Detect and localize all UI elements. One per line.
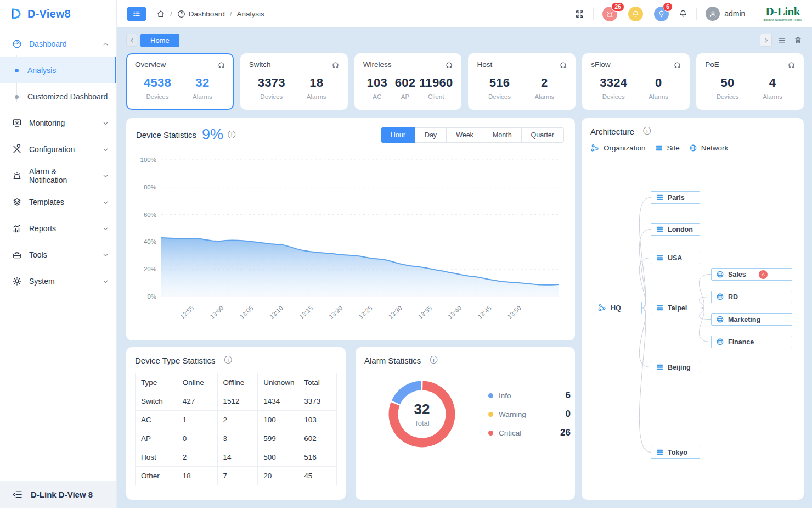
info-icon[interactable]: ⓘ [430, 355, 437, 365]
tree-node-paris[interactable]: Paris [651, 191, 700, 204]
tree-node-hq[interactable]: HQ [593, 302, 642, 314]
breadcrumb-separator: / [230, 10, 232, 18]
tree-node-marketing[interactable]: Marketing [711, 313, 792, 326]
sidebar-item-label: Tools [29, 250, 47, 259]
cell-online[interactable]: 2 [177, 448, 217, 467]
cell-offline[interactable]: 2 [217, 411, 258, 429]
stat-card-sflow[interactable]: sFlow3324Devices0Alarms [582, 53, 690, 110]
tree-node-beijing[interactable]: Beijing [651, 361, 700, 373]
notifications-button[interactable] [679, 9, 687, 18]
stat-card-poe[interactable]: PoE50Devices4Alarms [696, 53, 804, 110]
sidebar-item-configuration[interactable]: Configuration [0, 136, 116, 163]
architecture-legend-network[interactable]: Network [701, 144, 729, 152]
cell-unknown[interactable]: 500 [258, 448, 298, 467]
info-icon[interactable]: ⓘ [643, 126, 651, 136]
fullscreen-button[interactable] [575, 9, 584, 19]
warning-alarms-button[interactable] [628, 7, 643, 21]
tabs-close-all-button[interactable] [792, 34, 804, 47]
tree-node-usa[interactable]: USA [651, 252, 700, 264]
refresh-icon[interactable] [217, 61, 225, 69]
sidebar-item-alarm-notification[interactable]: Alarm & Notification [0, 163, 116, 189]
sidebar-item-dashboard[interactable]: Dashboard [0, 31, 116, 57]
tabs-scroll-right-button[interactable] [760, 34, 772, 47]
chevron-down-icon [103, 173, 109, 179]
stat-card-switch[interactable]: Switch3373Devices18Alarms [240, 53, 348, 110]
cell-type: AC [136, 411, 177, 429]
sidebar-item-tools[interactable]: Tools [0, 242, 116, 268]
sidebar-subitem-customized-dashboard[interactable]: Customized Dashboard [0, 83, 116, 110]
tree-node-label: London [668, 226, 693, 233]
range-button-hour[interactable]: Hour [381, 127, 415, 143]
alarm-legend-item-warning[interactable]: Warning0 [488, 409, 571, 420]
info-icon[interactable]: ⓘ [224, 355, 232, 365]
alarm-legend-item-info[interactable]: Info6 [488, 390, 571, 401]
stat-card-wireless[interactable]: Wireless103AC602AP11960Client [354, 53, 462, 110]
cell-online[interactable]: 18 [177, 467, 217, 485]
card-metric-value: 50 [705, 76, 750, 90]
refresh-icon[interactable] [673, 61, 681, 69]
range-button-week[interactable]: Week [447, 127, 483, 143]
cell-total: 516 [298, 448, 337, 467]
cell-offline[interactable]: 1512 [217, 392, 258, 411]
legend-label: Critical [499, 429, 521, 437]
tree-node-tokyo[interactable]: Tokyo [651, 446, 700, 459]
tree-node-sales[interactable]: Sales [711, 268, 792, 281]
toggle-sidebar-button[interactable] [127, 7, 146, 21]
refresh-icon[interactable] [559, 61, 567, 69]
cell-unknown[interactable]: 599 [258, 429, 298, 448]
critical-alarms-button[interactable]: 26 [602, 7, 617, 21]
sidebar-item-system[interactable]: System [0, 268, 116, 294]
refresh-icon[interactable] [445, 61, 453, 69]
cell-total: 45 [298, 467, 337, 485]
tabs-menu-button[interactable] [776, 34, 788, 47]
legend-label: Info [499, 392, 511, 400]
stat-card-host[interactable]: Host516Devices2Alarms [468, 53, 576, 110]
legend-dot-icon [488, 393, 493, 398]
tree-node-london[interactable]: London [651, 223, 700, 236]
sidebar-item-reports[interactable]: Reports [0, 215, 116, 242]
refresh-icon[interactable] [787, 61, 796, 69]
cell-offline[interactable]: 7 [217, 467, 258, 485]
sidebar-menu: DashboardAnalysisCustomized DashboardMon… [0, 27, 116, 294]
cell-online[interactable]: 1 [177, 411, 217, 429]
architecture-legend-site[interactable]: Site [667, 144, 680, 152]
svg-text:13:25: 13:25 [357, 305, 373, 320]
info-alarms-button[interactable]: 6 [654, 7, 669, 21]
cell-unknown[interactable]: 100 [258, 411, 298, 429]
svg-text:13:30: 13:30 [387, 305, 403, 320]
tab-home[interactable]: Home [140, 34, 179, 47]
range-button-quarter[interactable]: Quarter [522, 127, 564, 143]
bell-outline-icon [679, 9, 687, 18]
breadcrumb-dashboard[interactable]: Dashboard [177, 10, 225, 18]
range-button-day[interactable]: Day [415, 127, 447, 143]
sidebar-item-templates[interactable]: Templates [0, 189, 116, 215]
header-divider [754, 8, 754, 20]
network-icon [716, 315, 724, 323]
sidebar-collapse-button[interactable]: D-Link D-View 8 [0, 481, 116, 508]
alarm-legend-item-critical[interactable]: Critical26 [488, 427, 571, 438]
tree-node-rd[interactable]: RD [711, 291, 792, 303]
cell-offline[interactable]: 3 [217, 429, 258, 448]
breadcrumb-home[interactable] [156, 9, 165, 18]
cell-online[interactable]: 427 [177, 392, 217, 411]
user-menu[interactable]: admin [706, 7, 745, 21]
cell-unknown[interactable]: 20 [258, 467, 298, 485]
tree-node-finance[interactable]: Finance [711, 336, 792, 348]
sidebar-item-monitoring[interactable]: Monitoring [0, 110, 116, 136]
refresh-icon[interactable] [331, 61, 340, 69]
bullet-icon [15, 69, 19, 72]
site-icon [655, 144, 663, 152]
tabs-scroll-left-button[interactable] [126, 34, 137, 47]
range-button-month[interactable]: Month [483, 127, 522, 143]
cell-offline[interactable]: 14 [217, 448, 258, 467]
info-count-badge: 6 [663, 2, 673, 12]
breadcrumb-analysis[interactable]: Analysis [237, 10, 264, 18]
cell-type: AP [136, 429, 177, 448]
info-icon[interactable]: ⓘ [228, 130, 235, 140]
tree-node-taipei[interactable]: Taipei [651, 302, 700, 314]
cell-unknown[interactable]: 1434 [258, 392, 298, 411]
architecture-legend-organization[interactable]: Organization [604, 144, 646, 152]
app-logo[interactable]: D-View8 [0, 0, 116, 27]
sidebar-subitem-analysis[interactable]: Analysis [0, 57, 116, 83]
stat-card-overview[interactable]: Overview4538Devices32Alarms [126, 53, 234, 110]
